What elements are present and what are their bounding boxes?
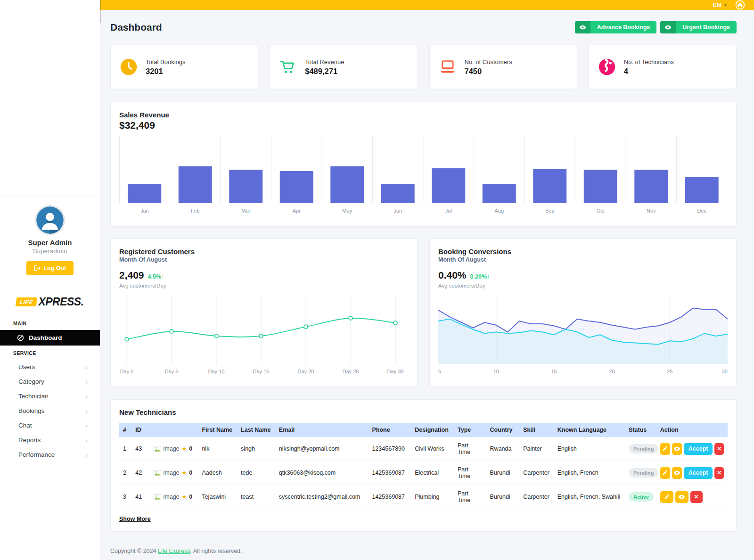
booking-conversions-subtitle: Month Of August [438, 256, 728, 263]
cell: Part Time [454, 485, 486, 509]
chevron-right-icon: › [85, 363, 88, 371]
column-header--: # [119, 423, 131, 437]
edit-button[interactable] [660, 467, 670, 479]
page-head: Dashboard Advance BookingsUrgent Booking… [110, 21, 737, 33]
sidebar-item-technician[interactable]: Technician› [0, 389, 100, 404]
stat-label: Total Bookings [146, 58, 186, 66]
sidebar: Super Admin Superadmin Log Out LIFEXPRES… [0, 0, 100, 560]
stat-label: No. of Customers [465, 58, 512, 66]
show-more-link[interactable]: Show More [119, 516, 151, 522]
bar-nov [634, 170, 668, 203]
cart-icon [279, 58, 297, 76]
registered-customers-caption: Avg customers/Day [119, 283, 409, 288]
new-technicians-title: New Technicians [119, 408, 728, 416]
cell: Part Time [454, 461, 486, 485]
bar-jan [128, 184, 161, 203]
rating-value: 0 [189, 494, 192, 500]
column-header-last-name: Last Name [237, 423, 275, 437]
footer-link[interactable]: Life Express [158, 548, 190, 554]
svg-text:Feb: Feb [191, 208, 200, 214]
bar-dec [685, 177, 719, 203]
cell: Electrical [411, 461, 454, 485]
edit-button[interactable] [660, 491, 673, 503]
sidebar-item-category[interactable]: Category› [0, 374, 100, 389]
sidebar-item-reports[interactable]: Reports› [0, 433, 100, 447]
main-area: « EN ▾ Dashboard Advance BookingsUrgent … [100, 0, 754, 560]
urgent-bookings-button[interactable]: Urgent Bookings [660, 21, 737, 33]
svg-text:Day 10: Day 10 [208, 369, 225, 374]
delete-button[interactable]: ✕ [714, 443, 724, 455]
svg-text:30: 30 [722, 369, 728, 374]
column-header-known-language: Known Language [554, 423, 625, 437]
bar-jun [381, 184, 415, 203]
column-header-status: Status [625, 423, 656, 437]
rating-value: 0 [189, 469, 192, 476]
column-header-first-name: First Name [198, 423, 237, 437]
cell: Civil Works [411, 437, 454, 461]
sidebar-item-dashboard[interactable]: Dashboard [0, 330, 100, 346]
cell: qtk36063@kisoq.com [275, 461, 369, 485]
broken-image-icon [154, 470, 161, 476]
svg-text:Day 5: Day 5 [165, 369, 179, 374]
logout-icon [34, 265, 41, 271]
cell: English, French [554, 461, 625, 485]
chevron-right-icon: › [85, 451, 88, 459]
sidebar-item-users[interactable]: Users› [0, 360, 100, 374]
view-button[interactable] [672, 443, 682, 455]
nav-section-main: MAIN [0, 316, 100, 330]
delete-button[interactable]: ✕ [714, 467, 724, 479]
cell: English [554, 437, 625, 461]
content: Dashboard Advance BookingsUrgent Booking… [100, 10, 754, 560]
cell: Carpenter [519, 485, 554, 509]
column-header-email: Email [275, 423, 369, 437]
status-badge: Pending [629, 444, 658, 453]
status-badge: Active [629, 492, 654, 502]
svg-text:Mar: Mar [241, 208, 250, 214]
stats-row: Total Bookings3201Total Revenue$489,271N… [110, 45, 737, 89]
cell: Tejaswini [198, 485, 237, 509]
registered-customers-subtitle: Month Of August [119, 256, 409, 263]
app: Super Admin Superadmin Log Out LIFEXPRES… [0, 0, 754, 560]
stat-value: 7450 [465, 67, 512, 76]
page-title: Dashboard [110, 22, 162, 33]
svg-text:15: 15 [551, 369, 557, 374]
booking-conversions-delta: 0.20%↑ [470, 273, 490, 280]
delete-button[interactable]: ✕ [690, 491, 703, 503]
accept-button[interactable]: Accept [684, 467, 713, 479]
svg-text:Day 20: Day 20 [298, 369, 314, 374]
svg-text:10: 10 [493, 369, 499, 374]
language-selector[interactable]: EN ▾ [713, 1, 727, 8]
svg-text:Oct: Oct [597, 208, 605, 214]
stat-value: 4 [624, 67, 674, 76]
star-icon: ★ [182, 445, 187, 452]
booking-conversions-caption: Avg customers/Day [438, 283, 728, 288]
booking-conversions-card: Booking Conversions Month Of August 0.40… [429, 239, 737, 387]
status-cell: Pending [625, 461, 656, 485]
view-button[interactable] [672, 467, 682, 479]
stat-value: $489,271 [305, 67, 344, 76]
avatar [36, 206, 64, 234]
sidebar-item-bookings[interactable]: Bookings› [0, 404, 100, 418]
svg-text:Jan: Jan [140, 208, 149, 214]
cell: 1425369087 [368, 485, 411, 509]
column-header-id: ID [131, 423, 149, 437]
booking-conversions-title: Booking Conversions [438, 247, 728, 255]
advance-bookings-button[interactable]: Advance Bookings [575, 21, 657, 33]
home-icon[interactable] [735, 0, 745, 10]
clock-icon [119, 58, 138, 76]
nav-section-service: SERVICE [0, 346, 100, 360]
edit-button[interactable] [660, 443, 670, 455]
svg-text:20: 20 [609, 369, 615, 374]
image-placeholder-label: image [164, 445, 180, 452]
cell: 2 [119, 461, 131, 485]
view-button[interactable] [675, 491, 688, 503]
svg-text:Dec: Dec [697, 208, 706, 214]
sidebar-item-performance[interactable]: Performance› [0, 447, 100, 462]
registered-customers-title: Registered Customers [119, 247, 409, 255]
cell: Carpenter [519, 461, 554, 485]
accept-button[interactable]: Accept [684, 443, 713, 455]
logout-button[interactable]: Log Out [26, 261, 74, 275]
technician-image-cell: image★0 [150, 485, 198, 509]
registered-customers-card: Registered Customers Month Of August 2,4… [110, 239, 418, 387]
sidebar-item-chat[interactable]: Chat› [0, 418, 100, 433]
